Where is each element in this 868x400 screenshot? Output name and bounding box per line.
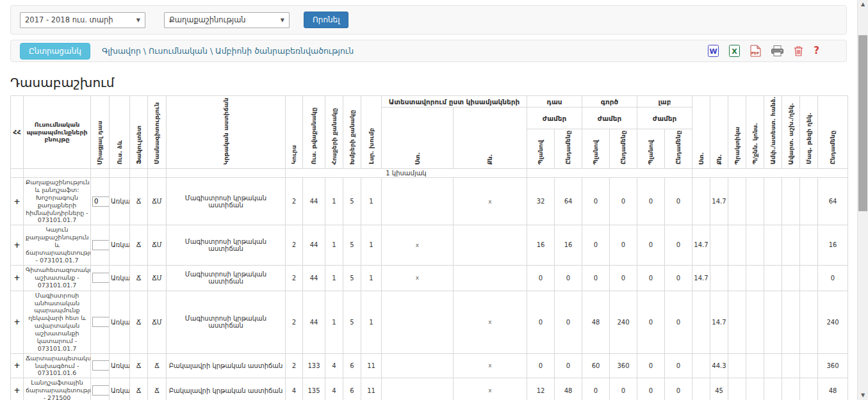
cell-expand[interactable]: +: [11, 353, 24, 378]
page-title: Դասաբաշխում: [10, 75, 857, 90]
cell-grad-work: [782, 378, 800, 400]
cell-gorc-total: 0: [610, 265, 637, 291]
joint-class-input[interactable]: [92, 240, 110, 250]
joint-class-input[interactable]: [92, 196, 110, 207]
cell-streams: 1: [325, 225, 343, 265]
table-row: +Լանդշաֆտային ճարտարապետություն - 271500…: [11, 378, 848, 400]
cell-attest-qn: x: [454, 353, 527, 378]
cell-master-thesis: [800, 225, 818, 265]
cell-exam-cons: [746, 178, 764, 225]
scrollbar-thumb[interactable]: [858, 35, 867, 211]
load-table: ՀՀ Ուսումնական պարապմունքների բնույթը Մի…: [10, 95, 848, 400]
help-icon[interactable]: ?: [814, 46, 819, 56]
cell-grad-work: [782, 265, 800, 291]
year-select[interactable]: 2017 - 2018 ուս. տարի ▼: [20, 12, 145, 28]
search-button[interactable]: Որոնել: [304, 12, 348, 28]
cell-name: Գիտահետազոտական աշխատանք - 073101.01.7: [24, 265, 91, 291]
cell-expand[interactable]: +: [11, 378, 24, 400]
cell-das-plan: 0: [527, 291, 555, 353]
semester-separator-label: 1 կիսամյակ: [286, 169, 527, 178]
menu-button[interactable]: Ընտրացանկ: [20, 43, 90, 60]
cell-das-plan: 0: [527, 265, 555, 291]
word-export-icon[interactable]: W: [708, 45, 719, 57]
cell-expand[interactable]: +: [11, 291, 24, 353]
cell-exam-cons: [746, 353, 764, 378]
table-body: +Քաղաքաշինություն և լանդշաֆտ: Խոշորագույ…: [11, 178, 848, 400]
col-header-das-plan: Պլանով: [527, 129, 555, 169]
col-subgroup-hours: ժամեր: [582, 108, 637, 129]
cell-expand[interactable]: +: [11, 225, 24, 265]
cell-joint-input: [91, 291, 110, 353]
cell-degree: Բակալավրի կրթական աստիճան: [167, 353, 286, 378]
col-group-practical-hours: գործ: [582, 96, 637, 108]
faculty-select[interactable]: Քաղաքաշինության ▼: [164, 12, 290, 28]
cell-lab-plan: 0: [637, 225, 665, 265]
delete-icon[interactable]: [794, 45, 803, 56]
joint-class-input[interactable]: [92, 360, 110, 371]
joint-class-input[interactable]: [92, 385, 110, 396]
cell-expand[interactable]: +: [11, 178, 24, 225]
col-header-streams: Հոսքերի քանակը: [325, 96, 343, 169]
cell-lecture-group: 1: [361, 178, 382, 225]
cell-master-thesis: [800, 178, 818, 225]
cell-exam-cons: [746, 378, 764, 400]
cell-groups: 5: [343, 225, 361, 265]
cell-gorc-plan: 0: [582, 225, 610, 265]
toolbar: Ընտրացանկ Գլխավոր \ Ուսումնական \ Ամբիոն…: [10, 40, 847, 62]
cell-students: 44: [303, 291, 325, 353]
cell-course: 2: [286, 353, 303, 378]
cell-joint-input: [91, 378, 110, 400]
cell-gorc-total: 360: [610, 353, 637, 378]
vertical-scrollbar[interactable]: ▲ ▼: [857, 0, 868, 400]
cell-specialty: Ճ: [148, 353, 167, 378]
cell-practice: [728, 265, 746, 291]
col-header-specialty: Մասնագիտություն: [148, 96, 167, 169]
cell-lecture-group: 11: [361, 378, 382, 400]
cell-gorc-plan: 60: [582, 353, 610, 378]
pdf-export-icon[interactable]: PDF: [750, 45, 761, 57]
cell-form: Առկա: [110, 225, 130, 265]
scroll-up-icon[interactable]: ▲: [858, 0, 868, 9]
cell-lab-plan: 0: [637, 178, 665, 225]
cell-joint-input: [91, 178, 110, 225]
cell-name: Մագիստրոսի անհատական պարապմունք ղեկավարի…: [24, 291, 91, 353]
excel-export-icon[interactable]: X: [729, 45, 740, 57]
cell-form: Առկա: [110, 353, 130, 378]
cell-das-total: 64: [555, 178, 582, 225]
col-header-index: ՀՀ: [11, 96, 24, 169]
cell-das-total: 0: [555, 265, 582, 291]
cell-groups: 6: [343, 378, 361, 400]
cell-joint-input: [91, 225, 110, 265]
col-header-students: Ուս. թվաքանակը: [303, 96, 325, 169]
cell-final-attest: [764, 291, 782, 353]
cell-degree: Բակալավրի կրթական աստիճան: [167, 378, 286, 400]
cell-qn2: 14.7: [710, 178, 728, 225]
breadcrumb: Գլխավոր \ Ուսումնական \ Ամբիոնի ծանրաբեռ…: [102, 46, 708, 56]
print-icon[interactable]: [771, 45, 783, 56]
joint-class-input[interactable]: [92, 317, 110, 327]
joint-class-input[interactable]: [92, 273, 110, 283]
cell-attest-st: [382, 178, 454, 225]
cell-exam-cons: [746, 291, 764, 353]
col-subgroup-hours: ժամեր: [637, 108, 692, 129]
scroll-down-icon[interactable]: ▼: [858, 391, 868, 400]
svg-text:PDF: PDF: [751, 51, 760, 55]
cell-course: 2: [286, 291, 303, 353]
cell-lecture-group: 1: [361, 291, 382, 353]
cell-expand[interactable]: +: [11, 265, 24, 291]
cell-streams: 4: [325, 353, 343, 378]
faculty-select-value: Քաղաքաշինության: [169, 15, 246, 24]
col-header-exam-consult: Պ/քնն. կոնս.: [746, 96, 764, 169]
cell-qn2: 14.7: [710, 291, 728, 353]
cell-attest-qn: x: [454, 291, 527, 353]
cell-lab-total: 0: [665, 353, 692, 378]
col-header-grad-work: Ավարտ. աշխ./ղեկ.: [782, 96, 800, 169]
cell-total: 48: [818, 378, 848, 400]
cell-final-attest: [764, 265, 782, 291]
cell-das-total: 48: [555, 378, 582, 400]
cell-gorc-total: 0: [610, 225, 637, 265]
cell-total: 0: [818, 265, 848, 291]
cell-course: 2: [286, 265, 303, 291]
cell-final-attest: [764, 178, 782, 225]
cell-specialty: ՃՄ: [148, 178, 167, 225]
